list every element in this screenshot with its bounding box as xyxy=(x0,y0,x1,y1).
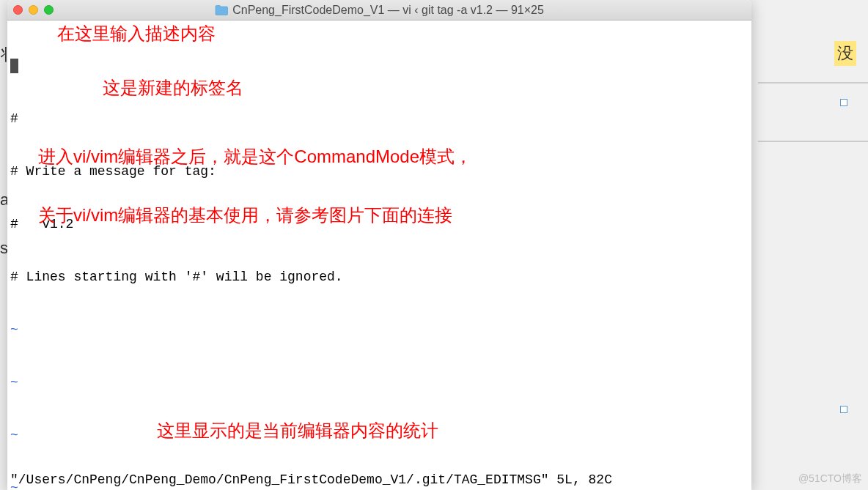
selection-handle xyxy=(840,99,847,106)
vi-tilde: ~ xyxy=(10,322,18,337)
minimize-button[interactable] xyxy=(29,5,38,15)
close-button[interactable] xyxy=(13,5,23,15)
window-titlebar[interactable]: CnPeng_FirstCodeDemo_V1 — vi ‹ git tag -… xyxy=(7,0,751,21)
folder-icon xyxy=(215,5,228,15)
bg-line xyxy=(758,141,868,142)
annotation-input-hint: 在这里输入描述内容 xyxy=(57,22,216,45)
terminal-window: CnPeng_FirstCodeDemo_V1 — vi ‹ git tag -… xyxy=(7,0,751,490)
annotation-command-mode: 进入vi/vim编辑器之后，就是这个CommandMode模式， xyxy=(38,145,472,168)
watermark: @51CTO博客 xyxy=(798,472,862,486)
text-cursor xyxy=(10,59,18,73)
bg-line xyxy=(758,82,868,83)
vi-status-line: "/Users/CnPeng/CnPeng_Demo/CnPeng_FirstC… xyxy=(10,471,612,489)
annotation-vim-reference: 关于vi/vim编辑器的基本使用，请参考图片下面的连接 xyxy=(38,204,452,227)
traffic-lights xyxy=(13,5,54,15)
editor-line: # Lines starting with '#' will be ignore… xyxy=(10,268,749,286)
editor-line: # xyxy=(10,110,749,127)
window-title-container: CnPeng_FirstCodeDemo_V1 — vi ‹ git tag -… xyxy=(7,4,751,17)
selection-handle xyxy=(840,406,847,413)
annotation-tag-name: 这是新建的标签名 xyxy=(103,76,243,100)
maximize-button[interactable] xyxy=(44,5,54,15)
annotation-stats: 这里显示的是当前编辑器内容的统计 xyxy=(157,419,438,442)
vi-tilde: ~ xyxy=(10,375,18,390)
window-title-text: CnPeng_FirstCodeDemo_V1 — vi ‹ git tag -… xyxy=(232,4,544,17)
vi-tilde: ~ xyxy=(10,428,18,442)
bg-text-fragment: 没 xyxy=(834,41,856,66)
